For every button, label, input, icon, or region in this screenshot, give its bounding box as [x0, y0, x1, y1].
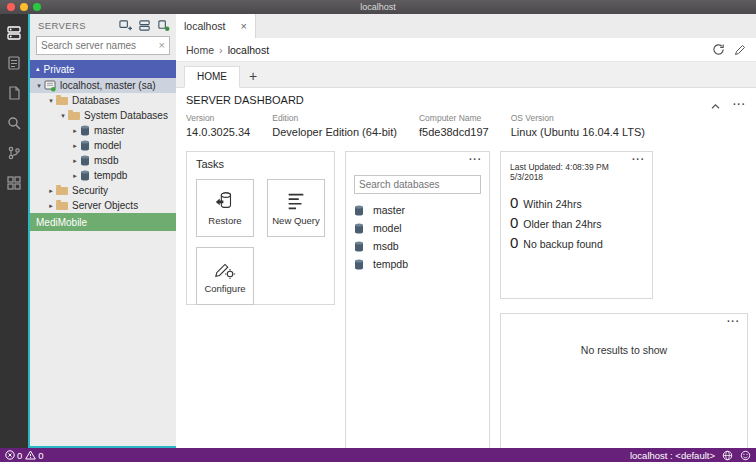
breadcrumb-home[interactable]: Home	[186, 44, 214, 56]
results-widget: ··· No results to show	[500, 313, 748, 448]
backup-count-value: 0	[510, 214, 518, 231]
chevron-expanded-icon[interactable]: ▾	[46, 97, 56, 105]
tree-item-msdb-db[interactable]: ▸ msdb	[30, 153, 176, 168]
tree-item-system-databases[interactable]: ▾ System Databases	[30, 108, 176, 123]
minimize-window-button[interactable]	[20, 3, 28, 11]
new-connection-button[interactable]	[119, 19, 132, 32]
close-tab-icon[interactable]: ×	[241, 21, 247, 32]
database-icon	[80, 140, 90, 151]
chevron-expanded-icon[interactable]: ▾	[34, 82, 44, 90]
restore-icon	[214, 190, 236, 212]
backup-widget-more-icon[interactable]: ···	[632, 155, 645, 165]
editor-tabstrip: localhost ×	[176, 14, 756, 38]
property-label: Computer Name	[419, 113, 489, 123]
chevron-collapsed-icon[interactable]: ▸	[70, 157, 80, 165]
server-group-medimobile[interactable]: MediMobile	[30, 213, 176, 231]
database-name: model	[373, 222, 402, 234]
tree-item-databases[interactable]: ▾ Databases	[30, 93, 176, 108]
explorer-activity-icon[interactable]	[0, 78, 28, 108]
sidebar-empty-area	[30, 231, 176, 446]
tree-item-server-objects[interactable]: ▸ Server Objects	[30, 198, 176, 213]
edit-button[interactable]	[734, 44, 746, 56]
task-history-activity-icon[interactable]	[0, 48, 28, 78]
application-window: localhost SER	[0, 0, 756, 462]
error-indicator[interactable]: 0	[5, 450, 22, 461]
tree-item-server[interactable]: ▾ localhost, master (sa)	[30, 78, 176, 93]
tree-item-label: msdb	[94, 155, 118, 166]
breadcrumb-current: localhost	[228, 44, 269, 56]
databases-widget-more-icon[interactable]: ···	[469, 155, 482, 165]
search-icon	[6, 115, 22, 131]
search-activity-icon[interactable]	[0, 108, 28, 138]
database-list-item[interactable]: model	[354, 219, 481, 237]
folder-icon	[56, 187, 68, 195]
property-label: Version	[186, 113, 250, 123]
tree-item-tempdb-db[interactable]: ▸ tempdb	[30, 168, 176, 183]
configure-button[interactable]: Configure	[196, 247, 254, 305]
main-area: SERVERS × ▴ Pr	[0, 14, 756, 448]
zoom-window-button[interactable]	[33, 3, 41, 11]
tree-item-master-db[interactable]: ▸ master	[30, 123, 176, 138]
property-edition: Edition Developer Edition (64-bit)	[272, 113, 397, 138]
tree-item-model-db[interactable]: ▸ model	[30, 138, 176, 153]
property-value: Linux (Ubuntu 16.04.4 LTS)	[511, 126, 645, 138]
server-group-private[interactable]: ▴ Private	[30, 60, 176, 78]
tree-item-security[interactable]: ▸ Security	[30, 183, 176, 198]
property-value: 14.0.3025.34	[186, 126, 250, 138]
connection-status[interactable]: localhost : <default>	[630, 450, 715, 461]
dashboard-more-icon[interactable]: ···	[733, 100, 746, 110]
property-label: Edition	[272, 113, 397, 123]
sidebar-header-actions	[119, 19, 170, 32]
database-list-item[interactable]: master	[354, 201, 481, 219]
tab-localhost[interactable]: localhost ×	[176, 14, 256, 38]
chevron-collapsed-icon[interactable]: ▸	[70, 172, 80, 180]
chevron-expanded-icon[interactable]: ▾	[58, 112, 68, 120]
window-title: localhost	[0, 0, 756, 14]
server-properties: Version 14.0.3025.34 Edition Developer E…	[186, 113, 748, 138]
server-search-input[interactable]	[41, 40, 159, 51]
feedback-button[interactable]	[740, 450, 751, 461]
chevron-collapsed-icon[interactable]: ▸	[46, 202, 56, 210]
active-connections-button[interactable]	[157, 19, 170, 32]
database-list-item[interactable]: tempdb	[354, 255, 481, 273]
new-query-button[interactable]: New Query	[267, 179, 325, 237]
close-window-button[interactable]	[7, 3, 15, 11]
tab-label: localhost	[184, 20, 235, 32]
backup-count-row: 0 No backup found	[510, 234, 643, 251]
new-server-group-button[interactable]	[138, 19, 151, 32]
restore-button[interactable]: Restore	[196, 179, 254, 237]
chevron-collapsed-icon[interactable]: ▸	[70, 127, 80, 135]
backup-count-row: 0 Within 24hrs	[510, 194, 643, 211]
tab-home[interactable]: HOME	[184, 66, 240, 88]
tree-item-label: tempdb	[94, 170, 127, 181]
chevron-collapsed-icon[interactable]: ▸	[70, 142, 80, 150]
new-dashboard-tab-button[interactable]: +	[240, 68, 266, 87]
chevron-up-icon	[710, 103, 721, 110]
extensions-activity-icon[interactable]	[0, 168, 28, 198]
network-button[interactable]	[722, 450, 733, 461]
chevron-collapsed-icon[interactable]: ▸	[46, 187, 56, 195]
refresh-button[interactable]	[712, 43, 725, 56]
pencil-icon	[734, 44, 746, 56]
database-search-input[interactable]	[354, 175, 481, 194]
servers-activity-icon[interactable]	[0, 18, 28, 48]
task-history-icon	[6, 55, 22, 71]
collapse-header-button[interactable]	[710, 96, 721, 114]
source-control-activity-icon[interactable]	[0, 138, 28, 168]
property-value: f5de38dcd197	[419, 126, 489, 138]
toolbar-actions	[712, 43, 746, 56]
task-buttons: Restore New Query Configure	[196, 179, 325, 305]
database-icon	[80, 170, 90, 181]
clear-search-icon[interactable]: ×	[159, 40, 165, 51]
server-icon	[44, 80, 56, 92]
tasks-widget-title: Tasks	[196, 158, 325, 170]
databases-widget: ··· master model	[345, 151, 490, 448]
database-name: msdb	[373, 240, 399, 252]
tree-item-label: model	[94, 140, 121, 151]
warning-indicator[interactable]: 0	[25, 450, 43, 461]
task-button-label: Restore	[208, 215, 241, 226]
database-name: tempdb	[373, 258, 408, 270]
database-list-item[interactable]: msdb	[354, 237, 481, 255]
file-icon	[6, 85, 22, 101]
results-widget-more-icon[interactable]: ···	[727, 317, 740, 327]
